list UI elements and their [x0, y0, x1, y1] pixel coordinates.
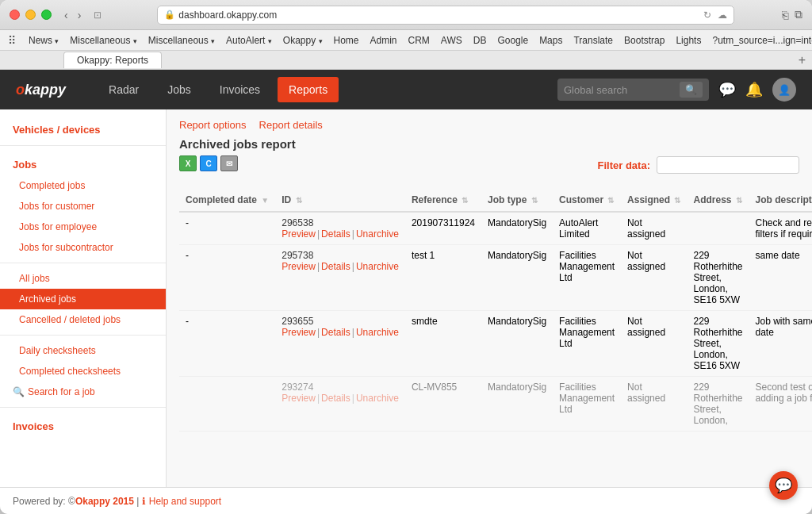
- cell-completed: -: [179, 245, 275, 311]
- sidebar-divider-2: [0, 263, 166, 263]
- bm-home[interactable]: Home: [329, 33, 364, 48]
- sidebar-search-job[interactable]: 🔍 Search for a job: [0, 382, 166, 402]
- col-job-description[interactable]: Job description ⇅: [749, 189, 812, 212]
- filter-input[interactable]: [657, 156, 799, 174]
- new-tab-button[interactable]: +: [799, 53, 806, 67]
- logo[interactable]: okappy: [16, 82, 66, 98]
- bm-okappy[interactable]: Okappy ▾: [278, 33, 327, 48]
- breadcrumb: Report options Report details: [179, 119, 799, 131]
- preview-link[interactable]: Preview: [282, 228, 316, 240]
- cell-completed: -: [179, 212, 275, 245]
- sort-icon-job-type: ⇅: [531, 196, 538, 205]
- unarchive-link[interactable]: Unarchive: [356, 228, 399, 240]
- cell-customer: AutoAlert Limited: [553, 212, 621, 245]
- bm-db[interactable]: DB: [469, 33, 492, 48]
- details-link[interactable]: Details: [321, 228, 350, 240]
- row-actions: Preview | Details | Unarchive: [282, 261, 399, 272]
- col-address[interactable]: Address ⇅: [687, 189, 749, 212]
- cell-reference: smdte: [405, 311, 481, 377]
- sidebar-item-completed-jobs[interactable]: Completed jobs: [0, 175, 166, 196]
- search-small-icon: 🔍: [13, 386, 25, 397]
- cell-assigned: Not assigned: [621, 212, 687, 245]
- breadcrumb-report-details[interactable]: Report details: [259, 119, 323, 131]
- maximize-button[interactable]: [41, 10, 52, 20]
- export-csv-button[interactable]: C: [200, 155, 217, 171]
- chat-icon[interactable]: 💬: [718, 81, 736, 98]
- close-button[interactable]: [10, 10, 20, 20]
- col-job-type[interactable]: Job type ⇅: [481, 189, 553, 212]
- col-customer[interactable]: Customer ⇅: [553, 189, 621, 212]
- cell-reference: test 1: [405, 245, 481, 311]
- sidebar-item-daily-checksheets[interactable]: Daily checksheets: [0, 340, 166, 361]
- sidebar-item-jobs-subcontractor[interactable]: Jobs for subcontractor: [0, 237, 166, 258]
- user-avatar[interactable]: 👤: [772, 78, 796, 102]
- bm-news[interactable]: News ▾: [24, 33, 63, 48]
- bm-translate[interactable]: Translate: [569, 33, 618, 48]
- sidebar-section-jobs[interactable]: Jobs: [0, 151, 166, 175]
- bm-crm[interactable]: CRM: [404, 33, 435, 48]
- export-icons: X C ✉: [179, 155, 238, 171]
- url-bar[interactable]: 🔒 dashboard.okappy.com ↻ ☁: [157, 6, 734, 25]
- bm-autoalert[interactable]: AutoAlert ▾: [221, 33, 277, 48]
- nav-jobs[interactable]: Jobs: [156, 77, 202, 102]
- sidebar-item-jobs-customer[interactable]: Jobs for customer: [0, 196, 166, 217]
- bm-utm[interactable]: ?utm_source=i...ign=internal: [707, 33, 812, 48]
- footer-okappy-link[interactable]: Okappy 2015: [75, 496, 134, 507]
- sidebar-item-all-jobs[interactable]: All jobs: [0, 268, 166, 289]
- bm-admin[interactable]: Admin: [366, 33, 402, 48]
- unarchive-link[interactable]: Unarchive: [356, 261, 399, 272]
- forward-button[interactable]: ›: [75, 7, 85, 23]
- details-link[interactable]: Details: [321, 393, 350, 404]
- bm-lights[interactable]: Lights: [671, 33, 706, 48]
- chat-bubble-button[interactable]: 💬: [769, 471, 798, 500]
- preview-link[interactable]: Preview: [282, 393, 316, 404]
- search-input[interactable]: [564, 84, 675, 96]
- nav-reports[interactable]: Reports: [278, 77, 339, 102]
- cell-description: Job with same date: [749, 311, 812, 377]
- search-button[interactable]: 🔍: [680, 82, 703, 98]
- row-id: 293274: [282, 382, 399, 393]
- export-excel-button[interactable]: X: [179, 155, 197, 171]
- filter-label: Filter data:: [598, 159, 650, 171]
- sidebar-section-invoices[interactable]: Invoices: [0, 412, 166, 437]
- grid-icon[interactable]: ⠿: [8, 34, 16, 47]
- preview-link[interactable]: Preview: [282, 327, 316, 338]
- export-email-button[interactable]: ✉: [220, 155, 238, 171]
- bm-misc1[interactable]: Miscellaneous ▾: [65, 33, 141, 48]
- bm-google[interactable]: Google: [492, 33, 533, 48]
- col-completed-date[interactable]: Completed date ▼: [179, 189, 275, 212]
- sidebar-item-jobs-employee[interactable]: Jobs for employee: [0, 217, 166, 237]
- footer-help-link[interactable]: Help and support: [149, 496, 221, 507]
- nav-invoices[interactable]: Invoices: [209, 77, 271, 102]
- details-link[interactable]: Details: [321, 261, 350, 272]
- sidebar-item-completed-checksheets[interactable]: Completed checksheets: [0, 361, 166, 382]
- nav-radar[interactable]: Radar: [98, 77, 150, 102]
- cell-job-type: MandatorySig: [481, 377, 553, 432]
- sidebar-section-vehicles[interactable]: Vehicles / devices: [0, 116, 166, 140]
- breadcrumb-report-options[interactable]: Report options: [179, 119, 247, 131]
- fullscreen-button[interactable]: ⧉: [795, 8, 802, 21]
- bookmarks-bar: ⠿ News ▾ Miscellaneous ▾ Miscellaneous ▾…: [0, 30, 812, 51]
- bm-bootstrap[interactable]: Bootstrap: [619, 33, 669, 48]
- bm-misc2[interactable]: Miscellaneous ▾: [144, 33, 220, 48]
- bm-aws[interactable]: AWS: [436, 33, 467, 48]
- reload-icon[interactable]: ↻: [703, 10, 711, 21]
- preview-link[interactable]: Preview: [282, 261, 316, 272]
- col-reference[interactable]: Reference ⇅: [405, 189, 481, 212]
- col-assigned[interactable]: Assigned ⇅: [621, 189, 687, 212]
- share-button[interactable]: ⎗: [782, 8, 788, 21]
- sidebar-item-cancelled-jobs[interactable]: Cancelled / deleted jobs: [0, 309, 166, 330]
- back-button[interactable]: ‹: [61, 7, 71, 23]
- sidebar-item-archived-jobs[interactable]: Archived jobs: [0, 289, 166, 309]
- minimize-button[interactable]: [25, 10, 36, 20]
- bm-maps[interactable]: Maps: [534, 33, 567, 48]
- details-link[interactable]: Details: [321, 327, 350, 338]
- cell-assigned: Not assigned: [621, 311, 687, 377]
- cell-customer: Facilities Management Ltd: [553, 245, 621, 311]
- unarchive-link[interactable]: Unarchive: [356, 327, 399, 338]
- col-id[interactable]: ID ⇅: [275, 189, 405, 212]
- page-tab-active[interactable]: Okappy: Reports: [63, 52, 162, 68]
- unarchive-link[interactable]: Unarchive: [356, 393, 399, 404]
- sort-icon-completed: ▼: [261, 196, 269, 205]
- bell-icon[interactable]: 🔔: [745, 81, 763, 98]
